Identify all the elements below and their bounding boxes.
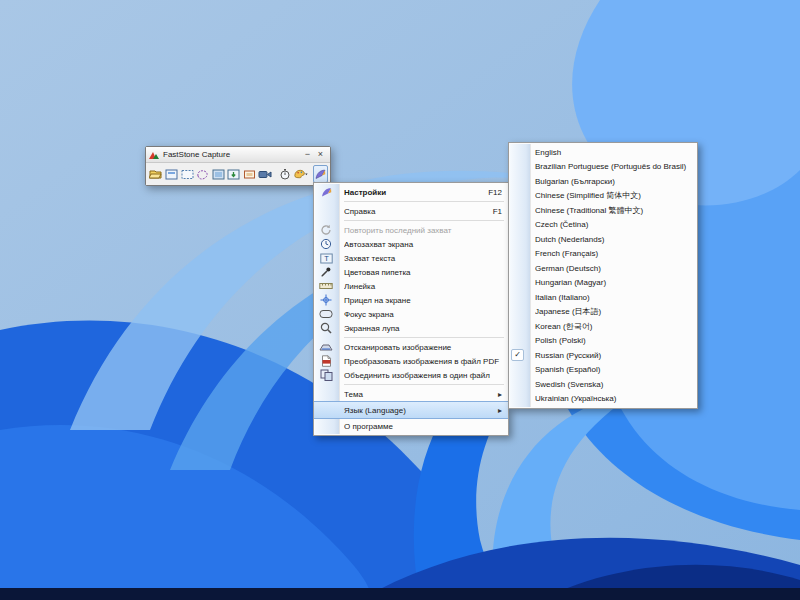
menu-item-language[interactable]: Язык (Language) [314, 401, 508, 419]
language-item-dutch[interactable]: Dutch (Nederlands) [509, 232, 697, 247]
menu-item-settings[interactable]: Настройки F12 [314, 185, 508, 199]
menu-item-label: Отсканировать изображение [344, 343, 502, 352]
language-label: Chinese (Traditional 繁體中文) [535, 205, 691, 216]
language-item-japanese[interactable]: Japanese (日本語) [509, 305, 697, 320]
language-label: Ukrainian (Українська) [535, 394, 691, 403]
ruler-icon [319, 279, 333, 293]
language-label: Bulgarian (Български) [535, 177, 691, 186]
menu-item-label: Преобразовать изображения в файл PDF [344, 357, 502, 366]
language-label: English [535, 148, 691, 157]
draw-settings-button[interactable] [293, 165, 309, 183]
pdf-icon [319, 354, 333, 368]
menu-item-repeat-last-capture[interactable]: Повторить последний захват [314, 223, 508, 237]
window-title: FastStone Capture [163, 150, 301, 159]
language-label: Brazilian Portuguese (Português do Brasi… [535, 162, 691, 171]
capture-scrolling-button[interactable] [226, 165, 242, 183]
language-item-ukrainian[interactable]: Ukrainian (Українська) [509, 392, 697, 407]
language-item-czech[interactable]: Czech (Četina) [509, 218, 697, 233]
menu-item-auto-capture[interactable]: Автозахват экрана [314, 237, 508, 251]
magnifier-icon [319, 321, 333, 335]
language-item-bulgarian[interactable]: Bulgarian (Български) [509, 174, 697, 189]
capture-fixed-region-button[interactable] [242, 165, 258, 183]
language-label: Polish (Polski) [535, 336, 691, 345]
language-label: French (Français) [535, 249, 691, 258]
app-menu-button[interactable] [313, 165, 329, 183]
language-item-german[interactable]: German (Deutsch) [509, 261, 697, 276]
language-item-italian[interactable]: Italian (Italiano) [509, 290, 697, 305]
language-item-chinese-traditional[interactable]: Chinese (Traditional 繁體中文) [509, 203, 697, 218]
draw-settings-icon [294, 168, 308, 180]
eyedropper-icon [319, 265, 333, 279]
menu-item-label: Повторить последний захват [344, 226, 502, 235]
menu-item-label: Захват текста [344, 254, 502, 263]
menu-item-color-picker[interactable]: Цветовая пипетка [314, 265, 508, 279]
app-menu-popup: Настройки F12 Справка F1 Повторить после… [313, 182, 509, 436]
language-item-french[interactable]: French (Français) [509, 247, 697, 262]
menu-item-about[interactable]: О программе [314, 419, 508, 433]
delay-timer-button[interactable] [277, 165, 293, 183]
language-item-hungarian[interactable]: Hungarian (Magyar) [509, 276, 697, 291]
menu-item-label: Линейка [344, 282, 502, 291]
faststone-logo-icon [149, 150, 160, 160]
language-label: Dutch (Nederlands) [535, 235, 691, 244]
titlebar[interactable]: FastStone Capture − × [146, 147, 330, 163]
desktop[interactable]: FastStone Capture − × [0, 0, 800, 600]
minimize-button[interactable]: − [301, 149, 314, 160]
capture-fixed-region-icon [243, 169, 256, 180]
menu-item-convert-pdf[interactable]: Преобразовать изображения в файл PDF [314, 354, 508, 368]
language-label: Russian (Русский) [535, 351, 691, 360]
language-item-chinese-simplified[interactable]: Chinese (Simplified 简体中文) [509, 189, 697, 204]
language-item-russian[interactable]: Russian (Русский) [509, 348, 697, 363]
open-file-icon [149, 168, 163, 180]
menu-item-hotkey: F12 [488, 188, 502, 197]
menu-item-label: Язык (Language) [344, 406, 494, 415]
menu-item-screen-magnifier[interactable]: Экранная лупа [314, 321, 508, 335]
menu-item-label: Справка [344, 207, 485, 216]
screen-recorder-icon [258, 169, 272, 180]
menu-item-label: Прицел на экране [344, 296, 502, 305]
language-submenu-popup: English Brazilian Portuguese (Português … [508, 142, 698, 409]
menu-item-help[interactable]: Справка F1 [314, 204, 508, 218]
close-button[interactable]: × [314, 149, 327, 160]
language-item-korean[interactable]: Korean (한국어) [509, 319, 697, 334]
menu-item-scan-image[interactable]: Отсканировать изображение [314, 340, 508, 354]
language-label: Czech (Četina) [535, 220, 691, 229]
capture-rectangle-button[interactable] [180, 165, 196, 183]
scanner-icon [319, 340, 333, 354]
menu-item-label: Цветовая пипетка [344, 268, 502, 277]
language-label: Korean (한국어) [535, 321, 691, 332]
capture-window-button[interactable] [164, 165, 180, 183]
capture-rectangle-icon [181, 169, 194, 180]
menu-item-label: Экранная лупа [344, 324, 502, 333]
language-label: Chinese (Simplified 简体中文) [535, 190, 691, 201]
capture-window-icon [165, 169, 178, 180]
menu-item-hotkey: F1 [493, 207, 502, 216]
delay-timer-icon [279, 168, 291, 180]
screen-recorder-button[interactable] [257, 165, 273, 183]
menu-item-ruler[interactable]: Линейка [314, 279, 508, 293]
capture-fullscreen-button[interactable] [211, 165, 227, 183]
menu-item-label: Автозахват экрана [344, 240, 502, 249]
language-item-polish[interactable]: Polish (Polski) [509, 334, 697, 349]
menu-item-capture-text[interactable]: T Захват текста [314, 251, 508, 265]
faststone-capture-window: FastStone Capture − × [145, 146, 331, 186]
menu-item-theme[interactable]: Тема [314, 387, 508, 401]
language-item-spanish[interactable]: Spanish (Español) [509, 363, 697, 378]
menu-item-label: Фокус экрана [344, 310, 502, 319]
capture-freehand-button[interactable] [195, 165, 211, 183]
submenu-arrow-icon [494, 406, 502, 415]
open-file-button[interactable] [148, 165, 164, 183]
capture-fullscreen-icon [212, 169, 225, 180]
capture-toolbar [146, 163, 330, 185]
app-menu-icon [314, 168, 327, 180]
language-label: Spanish (Español) [535, 365, 691, 374]
merge-icon [319, 368, 333, 382]
clock-icon [319, 237, 333, 251]
menu-item-screen-focus[interactable]: Фокус экрана [314, 307, 508, 321]
language-item-english[interactable]: English [509, 145, 697, 160]
menu-item-join-images[interactable]: Объединить изображения в один файл [314, 368, 508, 382]
menu-item-screen-crosshair[interactable]: Прицел на экране [314, 293, 508, 307]
language-item-brazilian-portuguese[interactable]: Brazilian Portuguese (Português do Brasi… [509, 160, 697, 175]
language-item-swedish[interactable]: Swedish (Svenska) [509, 377, 697, 392]
focus-rect-icon [319, 307, 333, 321]
